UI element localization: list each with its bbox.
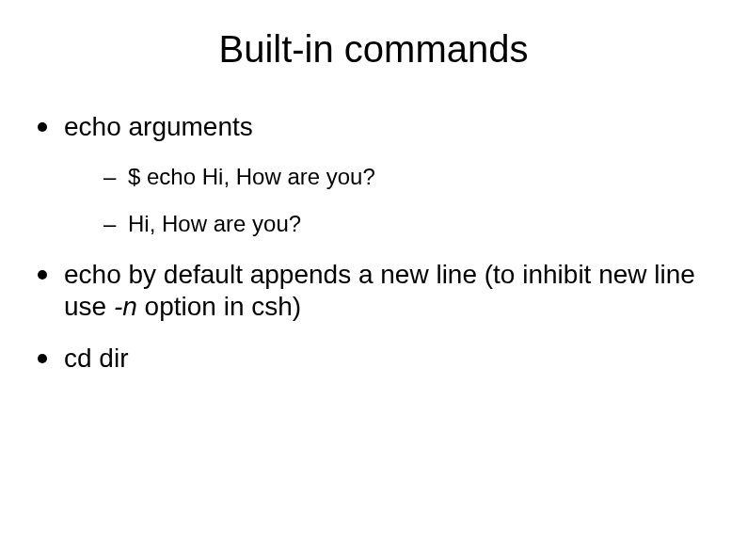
list-item: cd dir (38, 343, 709, 375)
bullet-icon (38, 354, 47, 363)
list-item: – $ echo Hi, How are you? (103, 164, 709, 191)
list-item: echo arguments (38, 111, 709, 143)
bullet-text: Hi, How are you? (128, 211, 301, 238)
bullet-text: echo arguments (64, 111, 709, 143)
bullet-text: $ echo Hi, How are you? (128, 164, 375, 191)
slide: Built-in commands echo arguments – $ ech… (0, 0, 747, 560)
slide-body: echo arguments – $ echo Hi, How are you?… (38, 111, 709, 395)
italic-text: -n (114, 292, 137, 321)
slide-title: Built-in commands (0, 28, 747, 71)
list-item: – Hi, How are you? (103, 211, 709, 238)
bullet-text: cd dir (64, 343, 709, 375)
bullet-icon (38, 270, 47, 280)
dash-icon: – (103, 164, 115, 191)
dash-icon: – (103, 211, 115, 238)
list-item: echo by default appends a new line (to i… (38, 259, 709, 322)
text-part: option in csh) (137, 292, 301, 321)
sublist: – $ echo Hi, How are you? – Hi, How are … (103, 164, 709, 239)
bullet-text: echo by default appends a new line (to i… (64, 259, 709, 322)
bullet-icon (38, 122, 47, 132)
